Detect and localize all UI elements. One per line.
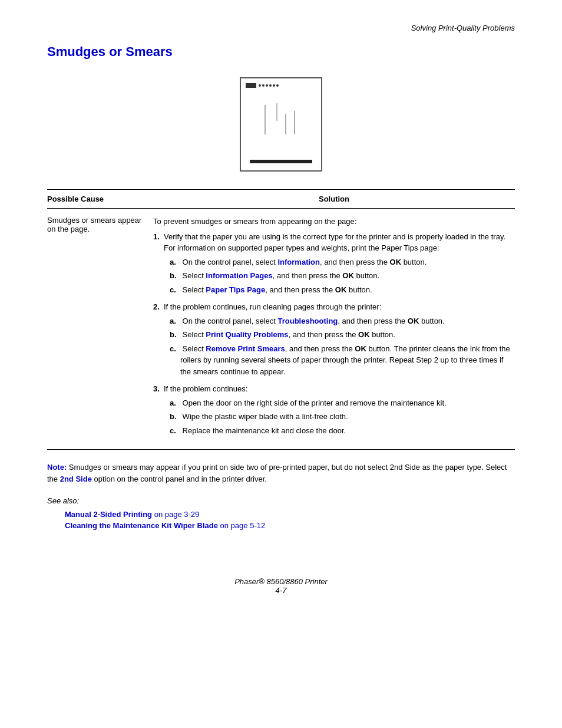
main-table: Possible Cause Solution Smudges or smear… (47, 189, 515, 450)
step-2-content: If the problem continues, run cleaning p… (164, 301, 515, 380)
step-3b-text: Wipe the plastic wiper blade with a lint… (180, 411, 348, 423)
step-2c: c. Select Remove Print Smears, and then … (170, 343, 515, 378)
step-1c-label: c. (170, 284, 180, 296)
footer: Phaser® 8560/8860 Printer 4-7 (47, 577, 515, 595)
smear-bottom-line (250, 160, 312, 163)
step-1a-label: a. (170, 256, 180, 268)
step-3a: a. Open the door on the right side of th… (170, 397, 515, 409)
step-2a: a. On the control panel, select Troubles… (170, 315, 515, 327)
step-2-num: 2. (153, 301, 164, 380)
footer-line-2: 4-7 (47, 586, 515, 595)
step-1-num: 1. (153, 231, 164, 298)
see-also-link-1-text: Manual 2-Sided Printing (65, 510, 152, 519)
step-2b: b. Select Print Quality Problems, and th… (170, 329, 515, 341)
step-2: 2. If the problem continues, run cleanin… (153, 301, 515, 380)
step-1-sub: a. On the control panel, select Informat… (170, 256, 515, 296)
step-2b-label: b. (170, 329, 180, 341)
step-3a-label: a. (170, 397, 180, 409)
step-3-num: 3. (153, 383, 164, 439)
image-container (47, 77, 515, 172)
step-1c-text: Select Paper Tips Page, and then press t… (180, 284, 372, 296)
col-solution-header: Solution (153, 195, 515, 203)
cause-cell: Smudges or smears appear on the page. (47, 216, 153, 442)
note-link: 2nd Side (60, 475, 92, 483)
note-label: Note: (47, 463, 67, 472)
step-3b-label: b. (170, 411, 180, 423)
col-cause-header: Possible Cause (47, 195, 153, 203)
step-2c-text: Select Remove Print Smears, and then pre… (180, 343, 515, 378)
step-2a-text: On the control panel, select Troubleshoo… (180, 315, 445, 327)
step-1b-label: b. (170, 270, 180, 282)
smear-art-3 (294, 111, 295, 134)
note-box: Note: Smudges or smears may appear if yo… (47, 462, 515, 485)
step-3b: b. Wipe the plastic wiper blade with a l… (170, 411, 515, 423)
printer-header-art (246, 83, 279, 88)
step-1a: a. On the control panel, select Informat… (170, 256, 515, 268)
step-3-content: If the problem continues: a. Open the do… (164, 383, 515, 439)
step-1b-text: Select Information Pages, and then press… (180, 270, 379, 282)
step-2a-label: a. (170, 315, 180, 327)
see-also-label: See also: (47, 496, 515, 505)
smear-art-4 (276, 103, 277, 121)
step-2-sub: a. On the control panel, select Troubles… (170, 315, 515, 378)
step-3c-label: c. (170, 425, 180, 437)
page-title: Smudges or Smears (47, 44, 515, 60)
step-2c-label: c. (170, 343, 180, 378)
note-text-end: option on the control panel and in the p… (94, 475, 267, 483)
step-1c: c. Select Paper Tips Page, and then pres… (170, 284, 515, 296)
bar-icon (246, 83, 256, 88)
step-2b-text: Select Print Quality Problems, and then … (180, 329, 395, 341)
dots-row (259, 84, 279, 87)
step-3c: c. Replace the maintenance kit and close… (170, 425, 515, 437)
step-3-sub: a. Open the door on the right side of th… (170, 397, 515, 437)
step-3c-text: Replace the maintenance kit and close th… (180, 425, 346, 437)
step-1a-text: On the control panel, select Information… (180, 256, 427, 268)
see-also-link-1[interactable]: Manual 2-Sided Printing on page 3-29 (65, 510, 515, 519)
printer-illustration (240, 77, 322, 172)
see-also-link-2-text: Cleaning the Maintenance Kit Wiper Blade (65, 521, 218, 530)
step-1-content: Verify that the paper you are using is t… (164, 231, 515, 298)
see-also-link-1-suffix: on page 3-29 (152, 510, 199, 519)
header-right: Solving Print-Quality Problems (47, 24, 515, 32)
table-body-row: Smudges or smears appear on the page. To… (47, 209, 515, 450)
smear-art-2 (285, 114, 286, 134)
step-3a-text: Open the door on the right side of the p… (180, 397, 447, 409)
see-also-link-2-suffix: on page 5-12 (218, 521, 265, 530)
step-1b: b. Select Information Pages, and then pr… (170, 270, 515, 282)
solution-intro: To prevent smudges or smears from appear… (153, 216, 515, 228)
solution-cell: To prevent smudges or smears from appear… (153, 216, 515, 442)
table-header-row: Possible Cause Solution (47, 190, 515, 209)
step-3: 3. If the problem continues: a. Open the… (153, 383, 515, 439)
footer-line-1: Phaser® 8560/8860 Printer (47, 577, 515, 586)
see-also-link-2[interactable]: Cleaning the Maintenance Kit Wiper Blade… (65, 521, 515, 530)
smear-art-1 (265, 105, 266, 134)
step-1: 1. Verify that the paper you are using i… (153, 231, 515, 298)
see-also-section: See also: Manual 2-Sided Printing on pag… (47, 496, 515, 530)
